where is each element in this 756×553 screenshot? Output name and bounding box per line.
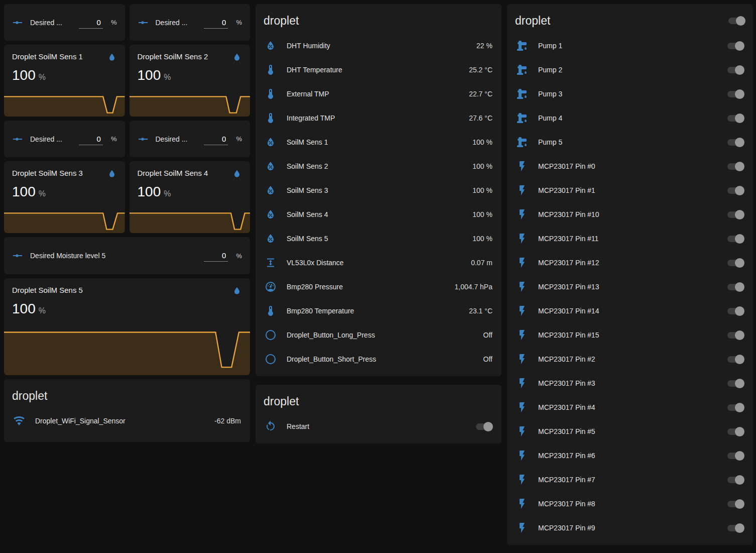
entity-row[interactable]: MCP23017 Pin #1	[507, 178, 753, 202]
entity-row[interactable]: MCP23017 Pin #14	[507, 299, 753, 323]
entity-value: Off	[483, 355, 492, 363]
desired-moisture-input-2[interactable]	[204, 17, 228, 29]
toggle-knob	[735, 234, 744, 244]
entity-row[interactable]: SoilM Sens 3100 %	[256, 178, 501, 202]
entity-value: 100 %	[472, 210, 492, 218]
entity-row[interactable]: External TMP22.7 °C	[256, 82, 501, 106]
toggle-switch[interactable]	[727, 236, 744, 242]
entity-row[interactable]: SoilM Sens 1100 %	[256, 130, 501, 154]
entity-name: MCP23017 Pin #7	[538, 476, 717, 484]
entity-row[interactable]: MCP23017 Pin #9	[507, 516, 753, 540]
toggle-knob	[483, 422, 493, 431]
flash-icon	[516, 401, 528, 413]
entity-row[interactable]: MCP23017 Pin #3	[507, 371, 753, 395]
entity-row[interactable]: Droplet_Button_Short_PressOff	[256, 347, 501, 371]
toggle-knob	[735, 306, 744, 316]
toggle-switch[interactable]	[727, 43, 744, 49]
entity-row[interactable]: Pump 4	[507, 106, 753, 130]
input-unit: %	[236, 252, 242, 260]
entity-row[interactable]: VL53L0x Distance0.07 m	[256, 251, 501, 275]
desired-moisture-card-1: Desired ... %	[4, 4, 125, 41]
entity-row[interactable]: MCP23017 Pin #10	[507, 202, 753, 227]
water-drop-icon	[107, 52, 117, 62]
desired-moisture-input-4[interactable]	[204, 133, 228, 145]
entity-row[interactable]: SoilM Sens 2100 %	[256, 154, 501, 178]
toggle-switch[interactable]	[727, 308, 744, 314]
entity-row[interactable]: Pump 3	[507, 82, 753, 106]
entity-row[interactable]: MCP23017 Pin #7	[507, 468, 753, 492]
flash-icon	[516, 425, 528, 437]
toggle-switch[interactable]	[727, 187, 744, 194]
entity-row[interactable]: SoilM Sens 4100 %	[256, 202, 501, 227]
desired-input-row-2: Desired ... % Desired ... %	[4, 121, 250, 157]
entity-row[interactable]: Pump 5	[507, 130, 753, 154]
entity-name: Pump 5	[538, 138, 717, 146]
entity-row[interactable]: Bmp280 Pressure1,004.7 hPa	[256, 275, 501, 299]
toggle-switch[interactable]	[727, 67, 744, 73]
toggle-switch[interactable]	[476, 423, 492, 430]
water-percent-icon	[265, 184, 277, 196]
input-unit: %	[236, 135, 242, 143]
water-pump-icon	[516, 112, 528, 124]
entity-row[interactable]: MCP23017 Pin #0	[507, 154, 753, 178]
entity-row[interactable]: Bmp280 Temperature23.1 °C	[256, 299, 501, 323]
soil-sensor-card-4[interactable]: Droplet SoilM Sens 4 100 %	[130, 161, 250, 233]
toggle-switch[interactable]	[727, 356, 744, 363]
toggle-switch[interactable]	[727, 428, 744, 435]
entity-row[interactable]: Restart	[256, 414, 501, 438]
entity-name: Pump 1	[538, 42, 717, 50]
entity-row[interactable]: MCP23017 Pin #15	[507, 323, 753, 347]
soil-sensor-card-5[interactable]: Droplet SoilM Sens 5 100 %	[4, 278, 250, 375]
entity-row[interactable]: DHT Humidity22 %	[256, 34, 501, 58]
water-pump-icon	[516, 88, 528, 100]
toggle-switch[interactable]	[727, 115, 744, 122]
toggle-switch[interactable]	[727, 501, 744, 507]
toggle-switch[interactable]	[727, 380, 744, 387]
entity-row[interactable]: MCP23017 Pin #5	[507, 419, 753, 444]
entity-row[interactable]: Droplet_WiFi_Signal_Sensor-62 dBm	[4, 409, 250, 433]
desired-moisture-input-1[interactable]	[79, 17, 103, 29]
flash-icon	[516, 353, 528, 365]
water-pump-icon	[516, 64, 528, 76]
toggle-switch[interactable]	[727, 332, 744, 339]
toggle-switch[interactable]	[727, 211, 744, 218]
entity-row[interactable]: DHT Temperature25.2 °C	[256, 58, 501, 82]
soil-sensor-card-3[interactable]: Droplet SoilM Sens 3 100 %	[4, 161, 125, 233]
ray-vertex-icon	[12, 134, 23, 145]
history-sparkline	[4, 327, 250, 375]
entity-value: 23.1 °C	[469, 307, 492, 315]
entity-row[interactable]: MCP23017 Pin #8	[507, 492, 753, 516]
toggle-switch[interactable]	[727, 163, 744, 170]
toggle-switch[interactable]	[727, 525, 744, 531]
entity-row[interactable]: MCP23017 Pin #6	[507, 444, 753, 468]
entity-name: MCP23017 Pin #15	[538, 331, 717, 339]
entity-row[interactable]: MCP23017 Pin #12	[507, 251, 753, 275]
radiobox-blank-icon	[265, 353, 277, 365]
toggle-switch[interactable]	[727, 284, 744, 290]
entity-row[interactable]: Droplet_Button_Long_PressOff	[256, 323, 501, 347]
toggle-switch[interactable]	[727, 404, 744, 411]
entity-row[interactable]: Integrated TMP27.6 °C	[256, 106, 501, 130]
desired-moisture-card-2: Desired ... %	[130, 4, 250, 41]
entity-row[interactable]: MCP23017 Pin #4	[507, 395, 753, 419]
entity-row[interactable]: MCP23017 Pin #2	[507, 347, 753, 371]
entity-row[interactable]: Pump 1	[507, 34, 753, 58]
toggle-switch[interactable]	[727, 477, 744, 483]
sensor-unit: %	[164, 73, 171, 82]
card-title: droplet	[256, 385, 501, 414]
desired-moisture-input-5[interactable]	[204, 250, 228, 262]
soil-sensor-card-2[interactable]: Droplet SoilM Sens 2 100 %	[130, 45, 250, 117]
toggle-all-switch[interactable]	[728, 18, 745, 24]
desired-moisture-input-3[interactable]	[79, 133, 103, 145]
toggle-switch[interactable]	[727, 91, 744, 97]
soil-sensor-card-1[interactable]: Droplet SoilM Sens 1 100 %	[4, 45, 125, 117]
entity-row[interactable]: MCP23017 Pin #11	[507, 227, 753, 251]
toggle-knob	[735, 451, 744, 461]
toggle-switch[interactable]	[727, 453, 744, 459]
toggle-switch[interactable]	[727, 139, 744, 146]
entity-row[interactable]: Pump 2	[507, 58, 753, 82]
toggle-switch[interactable]	[727, 260, 744, 266]
soil-sensor-row-2: Droplet SoilM Sens 3 100 % Droplet SoilM…	[4, 161, 250, 233]
entity-row[interactable]: MCP23017 Pin #13	[507, 275, 753, 299]
entity-row[interactable]: SoilM Sens 5100 %	[256, 227, 501, 251]
